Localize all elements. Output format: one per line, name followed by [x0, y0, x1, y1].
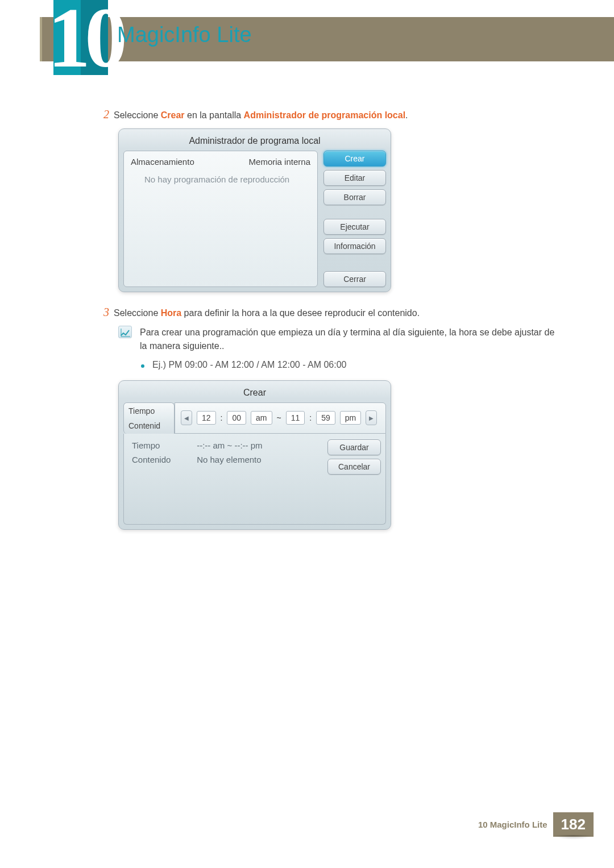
row-content-label: Contenido	[132, 455, 194, 464]
note-icon	[118, 326, 132, 338]
note-text: Para crear una programación que empieza …	[140, 326, 562, 353]
time-next-button[interactable]: ▶	[366, 410, 377, 425]
tilde-sep: ~	[277, 413, 281, 422]
step-2-prefix: Seleccione	[114, 110, 161, 120]
page-content: 2 Seleccione Crear en la pantalla Admini…	[96, 108, 562, 543]
cancel-button[interactable]: Cancelar	[327, 459, 381, 475]
step-3-num: 3	[96, 306, 109, 319]
step-2-num: 2	[96, 108, 109, 121]
step-2-suffix: .	[405, 110, 408, 120]
step-2-text: Seleccione Crear en la pantalla Administ…	[114, 109, 408, 122]
panel1-list-area: Almacenamiento Memoria interna No hay pr…	[123, 151, 318, 287]
step-3-suffix: para definir la hora a la que desee repr…	[181, 308, 420, 318]
colon-2: :	[309, 413, 312, 422]
end-hour-field[interactable]: 11	[286, 411, 305, 425]
time-prev-button[interactable]: ◀	[181, 410, 192, 425]
step-3-text: Seleccione Hora para definir la hora a l…	[114, 307, 420, 319]
end-ampm-field[interactable]: pm	[340, 411, 361, 425]
run-button[interactable]: Ejecutar	[323, 219, 386, 235]
end-minute-field[interactable]: 59	[316, 411, 335, 425]
tab-time[interactable]: Tiempo	[123, 402, 175, 419]
storage-value: Memoria interna	[249, 157, 310, 167]
panel-create: Crear Tiempo Contenid ◀ 12 : 00 am ~ 11 …	[118, 380, 391, 530]
step-3: 3 Seleccione Hora para definir la hora a…	[96, 306, 562, 319]
empty-schedule-message: No hay programación de reproducción	[131, 172, 310, 184]
note: Para crear una programación que empieza …	[118, 326, 562, 353]
footer-shadow	[553, 835, 594, 840]
row-content-value: No hay elemento	[197, 455, 261, 464]
chapter-title: MagicInfo Lite	[117, 23, 252, 47]
footer-text: 10 MagicInfo Lite	[478, 820, 553, 829]
step-3-prefix: Seleccione	[114, 308, 161, 318]
panel1-title: Administrador de programa local	[123, 134, 386, 151]
edit-button[interactable]: Editar	[323, 170, 386, 186]
panel2-buttons: Guardar Cancelar	[323, 434, 385, 524]
close-button[interactable]: Cerrar	[323, 271, 386, 287]
row-time-value: --:-- am ~ --:-- pm	[197, 441, 262, 450]
footer-page-number: 182	[553, 812, 594, 837]
example-bullet: Ej.) PM 09:00 - AM 12:00 / AM 12:00 - AM…	[141, 360, 562, 370]
row-time-label: Tiempo	[132, 441, 194, 450]
step-2-mid: en la pantalla	[185, 110, 244, 120]
footer: 10 MagicInfo Lite 182	[0, 808, 614, 840]
step-2-hl-admin: Administrador de programación local	[244, 110, 406, 120]
delete-button[interactable]: Borrar	[323, 189, 386, 205]
start-minute-field[interactable]: 00	[227, 411, 246, 425]
panel2-summary: Tiempo --:-- am ~ --:-- pm Contenido No …	[124, 434, 323, 524]
tab-content[interactable]: Contenid	[123, 418, 175, 434]
example-text: Ej.) PM 09:00 - AM 12:00 / AM 12:00 - AM…	[152, 360, 347, 370]
step-2-hl-crear: Crear	[161, 110, 185, 120]
colon-1: :	[221, 413, 223, 422]
time-controls: ◀ 12 : 00 am ~ 11 : 59 pm ▶	[175, 402, 386, 434]
info-button[interactable]: Información	[323, 238, 386, 254]
create-button[interactable]: Crear	[323, 151, 386, 167]
storage-label: Almacenamiento	[131, 157, 194, 167]
chapter-badge: 10	[53, 0, 108, 75]
start-ampm-field[interactable]: am	[251, 411, 272, 425]
panel-local-schedule-manager: Administrador de programa local Almacena…	[118, 128, 391, 292]
save-button[interactable]: Guardar	[327, 439, 381, 455]
panel2-title: Crear	[123, 385, 386, 402]
step-3-hl-hora: Hora	[161, 308, 181, 318]
start-hour-field[interactable]: 12	[197, 411, 216, 425]
chapter-number: 10	[48, 0, 122, 86]
panel1-side-buttons: Crear Editar Borrar Ejecutar Información…	[323, 151, 386, 287]
bullet-dot-icon	[141, 364, 144, 368]
step-2: 2 Seleccione Crear en la pantalla Admini…	[96, 108, 562, 122]
